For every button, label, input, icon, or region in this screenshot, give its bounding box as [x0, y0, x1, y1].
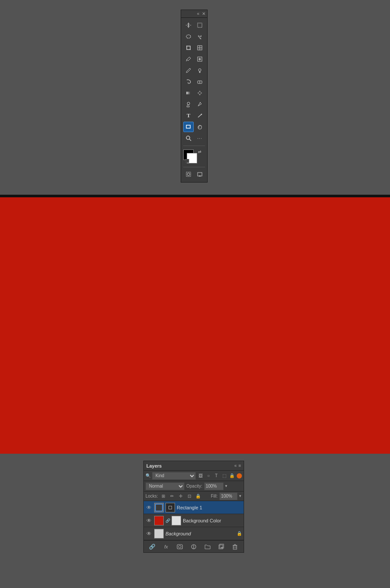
reset-colors-icon[interactable]: ⬛ [185, 159, 190, 164]
lock-label: Locks: [145, 494, 158, 498]
lock-pixel-button[interactable]: ⊞ [160, 493, 167, 500]
layer-thumbnail-rectangle1 [154, 503, 164, 512]
filter-kind-dropdown[interactable]: Kind [152, 472, 196, 480]
svg-line-20 [189, 139, 191, 141]
quick-mask-button[interactable] [183, 169, 194, 179]
blend-mode-dropdown[interactable]: Normal Multiply Screen Overlay [145, 482, 185, 490]
opacity-input[interactable] [204, 482, 224, 490]
layers-panel-controls: « ≡ [235, 463, 241, 468]
brush-tool-button[interactable] [183, 65, 194, 76]
tool-row-2 [183, 31, 205, 42]
layer-name-background-color: Background Color [183, 518, 242, 523]
adjustment-layer-button[interactable] [189, 542, 198, 551]
svg-line-6 [186, 60, 187, 61]
svg-point-10 [198, 69, 201, 71]
filter-shape-icon[interactable]: ⬚ [221, 472, 228, 479]
layers-collapse-icon[interactable]: « [235, 463, 237, 468]
hand-tool-button[interactable] [195, 122, 205, 132]
layer-row-rectangle1[interactable]: 👁 Rectangle 1 [144, 501, 244, 514]
svg-point-26 [178, 545, 181, 548]
filter-adjustment-icon[interactable]: ○ [205, 472, 212, 479]
tool-row-7 [183, 88, 205, 98]
fill-label: Fill: [211, 494, 218, 498]
path-select-button[interactable] [195, 110, 205, 121]
lock-artboard-button[interactable]: ⊡ [186, 493, 193, 500]
blur-button[interactable] [195, 88, 205, 98]
opacity-chevron[interactable]: ▼ [225, 484, 228, 488]
add-mask-button[interactable] [175, 542, 184, 551]
tool-row-11: ··· [183, 133, 205, 143]
new-layer-button[interactable] [217, 542, 225, 551]
toolbar-divider-2 [183, 167, 205, 167]
filter-pixel-icon[interactable]: 🖼 [197, 472, 204, 479]
svg-rect-18 [186, 125, 190, 128]
dodge-button[interactable] [183, 99, 194, 110]
layer-visibility-background[interactable]: 👁 [145, 530, 152, 537]
svg-rect-23 [198, 173, 202, 176]
layer-link-icon-background-color: 🔗 [165, 518, 170, 523]
lock-all-button[interactable]: 🔒 [195, 493, 202, 500]
layer-name-rectangle1: Rectangle 1 [177, 505, 242, 510]
screen-modes [183, 169, 205, 179]
rectangle-tool-button[interactable] [183, 122, 194, 132]
layer-mask-thumbnail-rectangle1 [165, 503, 175, 512]
layers-lock-row: Locks: ⊞ ✏ ✛ ⊡ 🔒 Fill: ▼ [144, 492, 244, 501]
svg-point-22 [187, 173, 190, 176]
filter-type-icon[interactable]: T [213, 472, 220, 479]
fill-input[interactable] [219, 492, 238, 500]
lasso-tool-button[interactable] [183, 31, 194, 42]
toolbar-close-icon[interactable]: ✕ [202, 11, 205, 16]
swap-colors-icon[interactable]: ⇄ [198, 149, 203, 155]
delete-layer-button[interactable] [231, 542, 239, 551]
link-layers-button[interactable]: 🔗 [148, 542, 157, 551]
filter-search-icon: 🔍 [145, 473, 151, 478]
tool-row-3 [183, 43, 205, 53]
heal-tool-button[interactable] [195, 54, 205, 64]
screen-mode-button[interactable] [195, 169, 205, 179]
filter-toggle[interactable] [237, 473, 242, 478]
filter-smart-icon[interactable]: 🔒 [228, 472, 235, 479]
tool-row-9: T [183, 110, 205, 121]
svg-point-14 [198, 92, 201, 94]
layer-visibility-rectangle1[interactable]: 👁 [145, 504, 152, 511]
eyedropper-button[interactable] [183, 54, 194, 64]
lock-position-button[interactable]: ✛ [177, 493, 184, 500]
layer-effects-button[interactable]: fx [162, 542, 171, 551]
slice-tool-button[interactable] [195, 43, 205, 53]
layers-menu-icon[interactable]: ≡ [238, 463, 241, 468]
group-layers-button[interactable] [203, 542, 212, 551]
fill-control[interactable]: ▼ [219, 492, 242, 500]
svg-rect-28 [219, 545, 223, 549]
toolbar-collapse-icon[interactable]: « [197, 11, 199, 16]
gradient-button[interactable] [183, 88, 194, 98]
toolbar-body: T ··· ⇄ [181, 18, 207, 182]
opacity-control[interactable]: ▼ [204, 482, 228, 490]
layer-row-background[interactable]: 👁 Background 🔒 [144, 527, 244, 540]
fill-chevron[interactable]: ▼ [238, 494, 242, 498]
tool-row-10 [183, 122, 205, 132]
toolbar-divider [183, 146, 205, 146]
pen-button[interactable] [195, 99, 205, 110]
eraser-button[interactable] [195, 76, 205, 87]
layer-visibility-background-color[interactable]: 👁 [145, 517, 152, 524]
more-tools-button[interactable]: ··· [195, 133, 205, 143]
clone-stamp-button[interactable] [195, 65, 205, 76]
layers-panel-title: Layers [146, 463, 162, 468]
svg-point-15 [187, 102, 190, 105]
crop-tool-button[interactable] [183, 43, 194, 53]
toolbar-panel: « ✕ [181, 10, 208, 183]
history-brush-button[interactable] [183, 76, 194, 87]
layer-thumbnail-background [154, 529, 164, 538]
lock-image-button[interactable]: ✏ [169, 493, 175, 500]
layer-thumbnail-background-color [154, 516, 164, 525]
tool-row-4 [183, 54, 205, 64]
quick-select-button[interactable] [195, 31, 205, 42]
zoom-tool-button[interactable] [183, 133, 194, 143]
layer-row-background-color[interactable]: 👁 🔗 Background Color [144, 514, 244, 527]
canvas-area [0, 197, 390, 454]
move-tool-button[interactable] [183, 20, 194, 30]
filter-icons-group: 🖼 ○ T ⬚ 🔒 [197, 472, 235, 479]
type-tool-button[interactable]: T [183, 110, 194, 121]
marquee-tool-button[interactable] [195, 20, 205, 30]
color-swatches[interactable]: ⇄ ⬛ [183, 149, 205, 164]
